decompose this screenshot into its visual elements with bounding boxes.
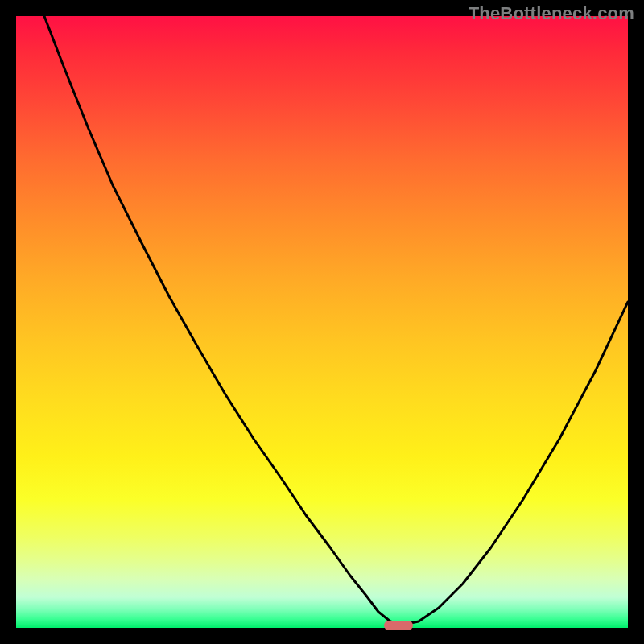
plot-area [16, 16, 628, 628]
chart-container: TheBottleneck.com [0, 0, 644, 644]
watermark-text: TheBottleneck.com [469, 3, 634, 24]
optimal-marker [384, 621, 413, 630]
bottleneck-curve [16, 16, 628, 628]
